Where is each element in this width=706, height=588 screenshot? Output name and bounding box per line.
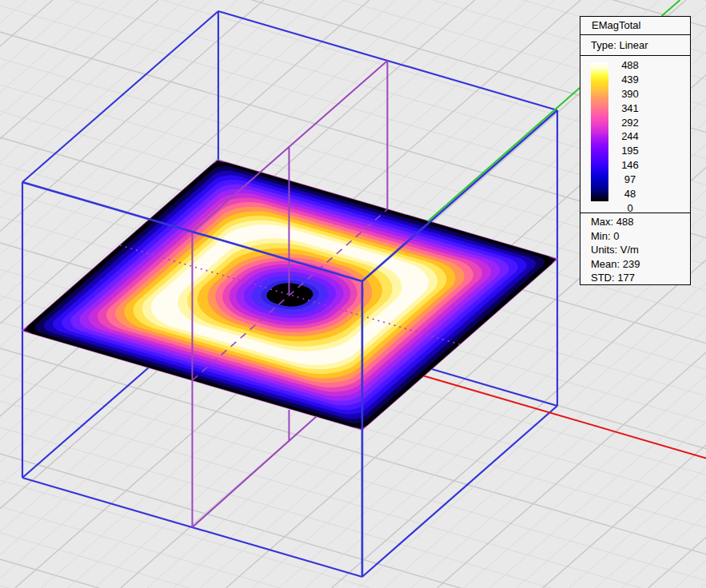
legend-panel: EMagTotal Type: Linear 48843939034129224… <box>580 16 691 285</box>
scale-label: 244 <box>612 129 648 144</box>
viewport-3d[interactable]: EMagTotal Type: Linear 48843939034129224… <box>0 0 706 588</box>
stat-max: Max: 488 <box>591 215 690 229</box>
scale-label: 488 <box>612 58 648 73</box>
colorbar-section: 48843939034129224419514697480 <box>580 56 690 213</box>
legend-stats: Max: 488 Min: 0 Units: V/m Mean: 239 STD… <box>580 213 690 285</box>
stat-mean: Mean: 239 <box>591 257 690 272</box>
stat-units: Units: V/m <box>591 243 690 257</box>
stat-min: Min: 0 <box>591 229 690 244</box>
legend-title: EMagTotal <box>580 17 690 35</box>
stat-std: STD: 177 <box>591 271 690 285</box>
scale-label: 97 <box>612 173 648 187</box>
scale-label: 390 <box>612 87 648 101</box>
scale-label: 292 <box>612 116 648 130</box>
scale-label: 146 <box>612 158 648 173</box>
scale-label: 48 <box>612 187 648 201</box>
colorbar-gradient <box>591 62 608 201</box>
scale-label: 341 <box>612 101 648 116</box>
legend-scale-type: Type: Linear <box>580 35 690 56</box>
scale-label: 195 <box>612 144 648 158</box>
scale-label: 0 <box>612 201 648 216</box>
scale-label: 439 <box>612 73 648 87</box>
colorbar-scale-labels: 48843939034129224419514697480 <box>612 58 648 216</box>
